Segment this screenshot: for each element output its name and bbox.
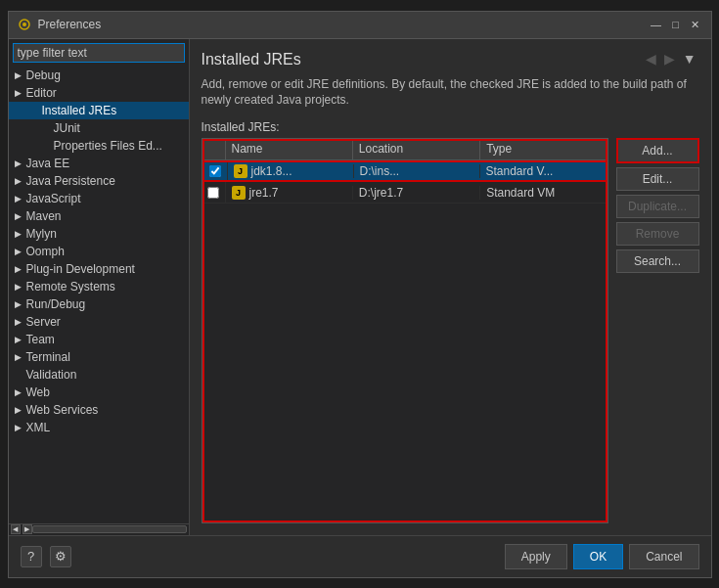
sidebar-item-maven[interactable]: ▶ Maven	[9, 207, 189, 225]
sidebar-item-label: Remote Systems	[26, 280, 115, 294]
maximize-button[interactable]: □	[668, 17, 684, 32]
title-bar: Preferences — □ ✕	[9, 12, 711, 39]
preferences-dialog: Preferences — □ ✕ ▶ Debug ▶ Editor	[8, 11, 712, 578]
expand-arrow: ▶	[13, 298, 24, 310]
sidebar-item-label: Installed JREs	[42, 104, 117, 117]
sidebar-item-xml[interactable]: ▶ XML	[9, 419, 189, 436]
page-description: Add, remove or edit JRE definitions. By …	[202, 76, 699, 110]
jre-name: jdk1.8...	[251, 164, 292, 178]
apply-button[interactable]: Apply	[505, 544, 567, 569]
sidebar-item-label: Oomph	[26, 245, 65, 258]
sidebar-item-java-ee[interactable]: ▶ Java EE	[9, 155, 189, 172]
table-body: J jdk1.8... D:\ins... Standard V...	[202, 160, 607, 521]
expand-arrow: ▶	[13, 246, 24, 257]
horizontal-scrollbar[interactable]	[32, 525, 187, 533]
help-button[interactable]: ?	[21, 546, 42, 567]
close-button[interactable]: ✕	[688, 17, 703, 32]
sidebar-item-properties-files[interactable]: ▶ Properties Files Ed...	[9, 137, 189, 155]
expand-arrow: ▶	[13, 193, 24, 204]
minimize-button[interactable]: —	[649, 17, 664, 32]
bottom-right-controls: Apply OK Cancel	[505, 544, 699, 569]
sidebar-item-oomph[interactable]: ▶ Oomph	[9, 243, 189, 260]
page-title: Installed JREs	[202, 51, 301, 68]
filter-input[interactable]	[13, 43, 185, 63]
jre-checkbox[interactable]	[209, 165, 221, 177]
main-content: Installed JREs ◀ ▶ ▼ Add, remove or edit…	[190, 39, 711, 535]
add-button[interactable]: Add...	[616, 138, 699, 163]
expand-arrow: ▶	[13, 69, 24, 81]
row-type-cell: Standard VM	[480, 186, 607, 200]
expand-arrow: ▶	[13, 210, 24, 222]
duplicate-button[interactable]: Duplicate...	[616, 195, 699, 218]
sidebar-item-installed-jres[interactable]: ▶ Installed JREs	[9, 102, 189, 119]
expand-arrow: ▶	[13, 386, 24, 398]
search-button[interactable]: Search...	[616, 249, 699, 273]
sidebar: ▶ Debug ▶ Editor ▶ Installed JREs ▶ JUni…	[9, 39, 190, 535]
sidebar-item-label: Server	[26, 315, 61, 329]
jre-icon: J	[234, 164, 247, 178]
sidebar-item-mylyn[interactable]: ▶ Mylyn	[9, 225, 189, 243]
jre-icon: J	[232, 186, 246, 200]
row-name-cell: J jre1.7	[226, 186, 353, 200]
jres-table: Name Location Type J jdk1.8...	[202, 138, 608, 522]
bottom-left-controls: ? ⚙	[21, 546, 71, 567]
sidebar-item-label: Debug	[26, 68, 61, 82]
sidebar-item-junit[interactable]: ▶ JUnit	[9, 119, 189, 137]
sidebar-item-label: Java Persistence	[26, 174, 115, 188]
tree-container: ▶ Debug ▶ Editor ▶ Installed JREs ▶ JUni…	[9, 67, 189, 523]
table-row[interactable]: J jdk1.8... D:\ins... Standard V...	[202, 160, 607, 182]
expand-arrow: ▶	[13, 175, 24, 187]
expand-arrow: ▶	[13, 281, 24, 293]
nav-menu-button[interactable]: ▼	[680, 51, 699, 67]
edit-button[interactable]: Edit...	[616, 167, 699, 191]
th-type: Type	[480, 139, 607, 159]
scroll-arrows: ◀ ▶	[11, 524, 32, 534]
row-name-cell: J jdk1.8...	[228, 164, 354, 178]
scroll-right-button[interactable]: ▶	[22, 524, 32, 534]
sidebar-item-validation[interactable]: ▶ Validation	[9, 366, 189, 384]
th-location: Location	[353, 139, 480, 159]
sidebar-item-label: XML	[26, 421, 51, 434]
jres-area: Name Location Type J jdk1.8...	[202, 138, 699, 522]
main-header: Installed JREs ◀ ▶ ▼	[202, 51, 699, 68]
sidebar-item-remote-systems[interactable]: ▶ Remote Systems	[9, 278, 189, 295]
sidebar-item-team[interactable]: ▶ Team	[9, 331, 189, 348]
expand-arrow: ▶	[13, 263, 24, 275]
sidebar-item-debug[interactable]: ▶ Debug	[9, 67, 189, 84]
sidebar-item-label: Plug-in Development	[26, 262, 135, 276]
sidebar-item-label: Validation	[26, 368, 77, 382]
row-location-cell: D:\jre1.7	[353, 186, 480, 200]
cancel-button[interactable]: Cancel	[629, 544, 698, 569]
sidebar-item-server[interactable]: ▶ Server	[9, 313, 189, 331]
jre-checkbox[interactable]	[207, 187, 219, 199]
remove-button[interactable]: Remove	[616, 222, 699, 246]
table-row[interactable]: J jre1.7 D:\jre1.7 Standard VM	[202, 182, 607, 204]
installed-jres-label: Installed JREs:	[202, 120, 699, 134]
sidebar-item-editor[interactable]: ▶ Editor	[9, 84, 189, 102]
nav-arrows: ◀ ▶ ▼	[643, 51, 699, 67]
row-location-cell: D:\ins...	[354, 164, 480, 178]
sidebar-item-label: Run/Debug	[26, 297, 86, 311]
sidebar-item-java-persistence[interactable]: ▶ Java Persistence	[9, 172, 189, 190]
sidebar-item-web[interactable]: ▶ Web	[9, 384, 189, 401]
th-name: Name	[226, 139, 353, 159]
sidebar-item-label: Properties Files Ed...	[54, 139, 162, 153]
table-header: Name Location Type	[202, 139, 607, 160]
sidebar-item-run-debug[interactable]: ▶ Run/Debug	[9, 295, 189, 313]
ok-button[interactable]: OK	[573, 544, 623, 569]
expand-arrow: ▶	[13, 422, 24, 433]
sidebar-item-web-services[interactable]: ▶ Web Services	[9, 401, 189, 419]
jre-name: jre1.7	[249, 186, 279, 200]
svg-point-1	[22, 23, 26, 26]
nav-back-button[interactable]: ◀	[643, 51, 659, 67]
nav-forward-button[interactable]: ▶	[661, 51, 678, 67]
sidebar-item-javascript[interactable]: ▶ JavaScript	[9, 190, 189, 207]
sidebar-item-plugin-development[interactable]: ▶ Plug-in Development	[9, 260, 189, 278]
expand-arrow: ▶	[13, 228, 24, 240]
settings-button[interactable]: ⚙	[50, 546, 71, 567]
th-checkbox	[202, 139, 226, 159]
scroll-left-button[interactable]: ◀	[11, 524, 21, 534]
sidebar-item-label: Web Services	[26, 403, 99, 417]
expand-arrow: ▶	[13, 316, 24, 328]
sidebar-item-terminal[interactable]: ▶ Terminal	[9, 348, 189, 366]
